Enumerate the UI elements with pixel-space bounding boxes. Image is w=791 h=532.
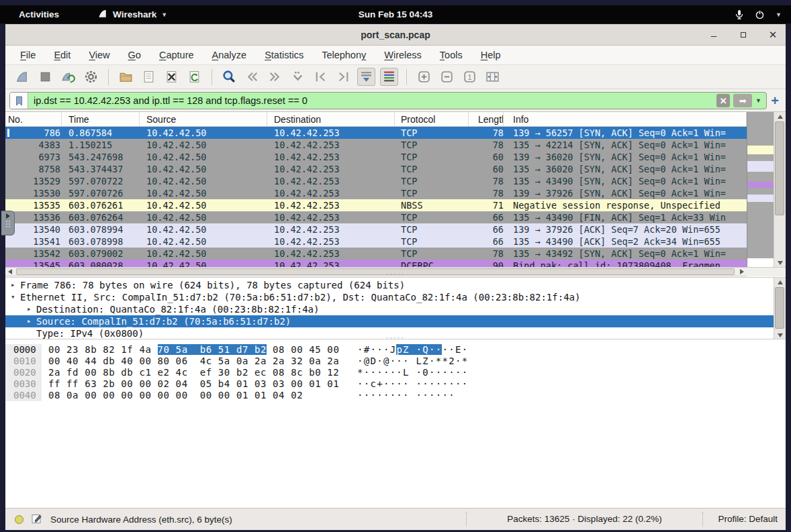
column-header-protocol[interactable]: Protocol bbox=[395, 112, 469, 126]
menu-view[interactable]: View bbox=[89, 50, 109, 60]
packet-row[interactable]: 7860.86758410.42.42.5010.42.42.253TCP781… bbox=[5, 127, 747, 139]
hex-bytes[interactable]: ff ff 63 2b 00 00 02 04 05 b4 01 03 03 0… bbox=[48, 378, 352, 390]
hex-ascii[interactable]: *······L ·0······ bbox=[357, 367, 468, 378]
filter-add-button[interactable]: + bbox=[768, 93, 782, 108]
scroll-right-icon[interactable] bbox=[737, 268, 747, 276]
restart-capture-button[interactable] bbox=[59, 68, 77, 86]
expander-expanded-icon[interactable]: ▾ bbox=[11, 291, 20, 303]
go-back-button[interactable] bbox=[243, 68, 261, 86]
display-filter-field[interactable]: ✕ ➡ ▼ bbox=[9, 92, 767, 109]
profile-button[interactable]: Profile: Default bbox=[702, 512, 786, 527]
packet-row[interactable]: 13542603.07900210.42.42.5010.42.42.253TC… bbox=[5, 248, 747, 260]
scroll-left-icon[interactable] bbox=[5, 268, 15, 276]
packet-row[interactable]: 13535603.07626110.42.42.5010.42.42.253NB… bbox=[5, 199, 747, 211]
menu-analyze[interactable]: Analyze bbox=[212, 50, 247, 60]
detail-row[interactable]: ▾Ethernet II, Src: CompalIn_51:d7:b2 (70… bbox=[5, 291, 774, 303]
edge-drag-handle[interactable] bbox=[1, 211, 15, 235]
auto-scroll-button[interactable] bbox=[357, 68, 375, 86]
detail-row[interactable]: ▸Destination: QuantaCo_82:1f:4a (00:23:8… bbox=[5, 303, 774, 315]
title-bar[interactable]: port_scan.pcap – ✕ bbox=[5, 24, 786, 46]
detail-vscrollbar[interactable] bbox=[774, 278, 786, 339]
zoom-in-button[interactable] bbox=[415, 68, 433, 86]
go-first-button[interactable] bbox=[312, 68, 330, 86]
menu-edit[interactable]: Edit bbox=[54, 50, 71, 60]
hex-ascii[interactable]: ·@D·@··· LZ·**2·* bbox=[357, 356, 468, 367]
activities-button[interactable]: Activities bbox=[19, 9, 59, 19]
packet-row[interactable]: 8758543.37443710.42.42.5010.42.42.253TCP… bbox=[5, 163, 747, 175]
detail-row[interactable]: ▸Source: CompalIn_51:d7:b2 (70:5a:b6:51:… bbox=[5, 315, 774, 327]
hex-row[interactable]: 00202a fd 00 8b db c1 e2 4c ef 30 b2 ec … bbox=[5, 367, 786, 378]
expander-collapsed-icon[interactable]: ▸ bbox=[27, 303, 36, 315]
menu-help[interactable]: Help bbox=[481, 50, 501, 60]
packet-row[interactable]: 6973543.24769810.42.42.5010.42.42.253TCP… bbox=[5, 151, 747, 163]
microphone-icon[interactable] bbox=[735, 9, 744, 20]
resize-columns-button[interactable] bbox=[483, 68, 502, 86]
packet-list-hscrollbar[interactable] bbox=[5, 267, 747, 276]
hex-bytes[interactable]: 08 0a 00 00 00 00 00 00 00 00 01 01 04 0… bbox=[48, 390, 352, 401]
expander-collapsed-icon[interactable]: ▸ bbox=[27, 315, 36, 327]
packet-row[interactable]: 43831.15021510.42.42.5010.42.42.253TCP78… bbox=[5, 139, 747, 151]
zoom-original-button[interactable]: 1 bbox=[461, 68, 479, 86]
column-header-time[interactable]: Time bbox=[62, 112, 140, 126]
menu-capture[interactable]: Capture bbox=[159, 50, 194, 60]
clock[interactable]: Sun Feb 15 04:43 bbox=[359, 9, 432, 19]
stop-capture-button[interactable] bbox=[36, 68, 54, 86]
display-filter-input[interactable] bbox=[28, 95, 716, 106]
column-header-no[interactable]: No. bbox=[5, 112, 62, 126]
find-packet-button[interactable] bbox=[220, 68, 238, 86]
open-file-button[interactable] bbox=[117, 68, 135, 86]
packet-row[interactable]: 13529597.07072210.42.42.5010.42.42.253TC… bbox=[5, 175, 747, 187]
go-forward-button[interactable] bbox=[266, 68, 284, 86]
maximize-button[interactable] bbox=[737, 29, 749, 41]
menu-statistics[interactable]: Statistics bbox=[265, 50, 304, 60]
scrollbar-thumb[interactable] bbox=[775, 121, 784, 215]
hscrollbar-thumb[interactable] bbox=[16, 268, 735, 275]
filter-bookmark-button[interactable] bbox=[10, 93, 28, 109]
app-menu-button[interactable]: Wireshark ▼ bbox=[98, 9, 167, 21]
hex-bytes[interactable]: 00 40 44 db 40 00 80 06 4c 5a 0a 2a 2a 3… bbox=[48, 356, 352, 367]
chevron-down-icon[interactable]: ▼ bbox=[776, 11, 782, 18]
scrollbar-thumb[interactable] bbox=[775, 287, 784, 329]
scroll-up-icon[interactable] bbox=[774, 112, 786, 121]
packet-row[interactable]: 13540603.07899410.42.42.5010.42.42.253TC… bbox=[5, 223, 747, 235]
colorize-button[interactable] bbox=[380, 68, 398, 86]
intelligent-scrollbar-minimap[interactable] bbox=[747, 112, 774, 267]
filter-dropdown-icon[interactable]: ▼ bbox=[755, 97, 761, 104]
capture-options-button[interactable] bbox=[82, 68, 100, 86]
reload-file-button[interactable] bbox=[185, 68, 203, 86]
menu-file[interactable]: File bbox=[20, 50, 36, 60]
scroll-down-icon[interactable] bbox=[774, 331, 786, 339]
minimize-button[interactable]: – bbox=[708, 29, 720, 41]
column-header-source[interactable]: Source bbox=[140, 112, 267, 126]
capture-comment-icon[interactable] bbox=[32, 513, 42, 526]
save-file-button[interactable] bbox=[140, 68, 158, 86]
packet-row[interactable]: 13545603.08002810.42.42.5010.42.42.253DC… bbox=[5, 260, 747, 267]
packet-row[interactable]: 13541603.07899810.42.42.5010.42.42.253TC… bbox=[5, 235, 747, 248]
packet-row[interactable]: 13536603.07626410.42.42.5010.42.42.253TC… bbox=[5, 211, 747, 223]
hex-ascii[interactable]: ··c+···· ········ bbox=[357, 378, 468, 390]
pane-splitter-handle[interactable]: ····· bbox=[386, 272, 405, 276]
filter-clear-button[interactable]: ✕ bbox=[716, 94, 730, 107]
close-button[interactable]: ✕ bbox=[767, 29, 779, 41]
menu-tools[interactable]: Tools bbox=[440, 50, 463, 60]
hex-row[interactable]: 0030ff ff 63 2b 00 00 02 04 05 b4 01 03 … bbox=[5, 378, 786, 390]
power-icon[interactable] bbox=[755, 9, 765, 19]
menu-telephony[interactable]: Telephony bbox=[322, 50, 366, 60]
hex-ascii[interactable]: ·#···JpZ ·Q····E· bbox=[357, 344, 468, 356]
scroll-down-icon[interactable] bbox=[774, 258, 786, 267]
hex-row[interactable]: 000000 23 8b 82 1f 4a 70 5a b6 51 d7 b2 … bbox=[5, 344, 786, 356]
hex-bytes[interactable]: 2a fd 00 8b db c1 e2 4c ef 30 b2 ec 08 8… bbox=[48, 367, 352, 378]
column-header-length[interactable]: Length bbox=[469, 112, 504, 126]
column-header-destination[interactable]: Destination bbox=[267, 112, 395, 126]
zoom-out-button[interactable] bbox=[438, 68, 456, 86]
menu-go[interactable]: Go bbox=[128, 50, 141, 60]
hex-row[interactable]: 004008 0a 00 00 00 00 00 00 00 00 01 01 … bbox=[5, 390, 786, 401]
hex-ascii[interactable]: ········ ······ bbox=[357, 390, 455, 401]
go-to-packet-button[interactable] bbox=[289, 68, 307, 86]
menu-wireless[interactable]: Wireless bbox=[384, 50, 422, 60]
go-last-button[interactable] bbox=[334, 68, 353, 86]
scroll-up-icon[interactable] bbox=[774, 278, 786, 286]
packet-list-vscrollbar[interactable] bbox=[774, 112, 786, 267]
detail-row[interactable]: ▸Frame 786: 78 bytes on wire (624 bits),… bbox=[5, 279, 774, 291]
start-capture-button[interactable] bbox=[13, 68, 32, 86]
